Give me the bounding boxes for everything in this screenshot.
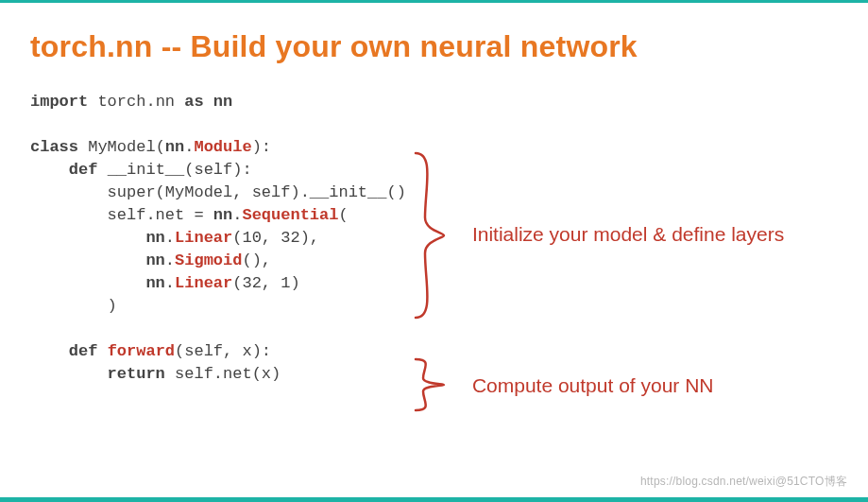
slide-title: torch.nn -- Build your own neural networ…	[30, 29, 838, 64]
brace-column	[406, 91, 461, 386]
kw-import: import	[30, 93, 97, 111]
kw-def: def	[30, 161, 108, 179]
code-text: (10, 32),	[232, 229, 319, 247]
cls-sigmoid: Sigmoid	[175, 251, 242, 269]
code-text: .	[232, 206, 242, 224]
code-text: MyModel(	[88, 138, 165, 156]
brace-forward-icon	[410, 357, 450, 412]
code-text: super(MyModel, self).__init__()	[30, 183, 406, 201]
mod-nn: nn	[145, 229, 164, 247]
kw-class: class	[30, 138, 88, 156]
code-text: (self, x):	[175, 342, 271, 360]
code-text	[30, 229, 145, 247]
code-text: ):	[252, 138, 271, 156]
cls-linear: Linear	[175, 229, 232, 247]
mod-nn: nn	[165, 138, 184, 156]
code-text: self.net =	[30, 206, 213, 224]
mod-nn: nn	[145, 274, 164, 292]
fn-init: __init__	[108, 161, 185, 179]
mod-nn: nn	[213, 206, 232, 224]
fn-forward: forward	[108, 342, 175, 360]
code-text	[30, 251, 145, 269]
code-text: (	[338, 206, 348, 224]
kw-return: return	[30, 365, 175, 383]
code-block: import torch.nn as nn class MyModel(nn.M…	[30, 91, 406, 386]
code-text	[30, 274, 145, 292]
kw-def: def	[30, 342, 108, 360]
brace-init-icon	[410, 151, 450, 320]
mod-nn: nn	[145, 251, 164, 269]
cls-module: Module	[194, 138, 251, 156]
mod-nn: nn	[213, 93, 232, 111]
code-text: (),	[242, 251, 271, 269]
code-text: self.net(x)	[175, 365, 281, 383]
cls-linear: Linear	[175, 274, 232, 292]
content-row: import torch.nn as nn class MyModel(nn.M…	[30, 91, 838, 386]
code-text: )	[30, 297, 117, 315]
cls-sequential: Sequential	[242, 206, 338, 224]
code-text: .	[184, 138, 194, 156]
code-text: torch.nn	[97, 93, 184, 111]
annotation-init: Initialize your model & define layers	[472, 223, 784, 246]
code-text: (32, 1)	[232, 274, 299, 292]
code-text: .	[165, 274, 175, 292]
slide: torch.nn -- Build your own neural networ…	[0, 3, 868, 405]
watermark-text: https://blog.csdn.net/weixi@51CTO博客	[640, 474, 847, 490]
kw-as: as	[184, 93, 213, 111]
code-text: .	[165, 251, 175, 269]
code-text: .	[165, 229, 175, 247]
annotation-forward: Compute output of your NN	[472, 374, 714, 397]
code-text: (self):	[184, 161, 251, 179]
